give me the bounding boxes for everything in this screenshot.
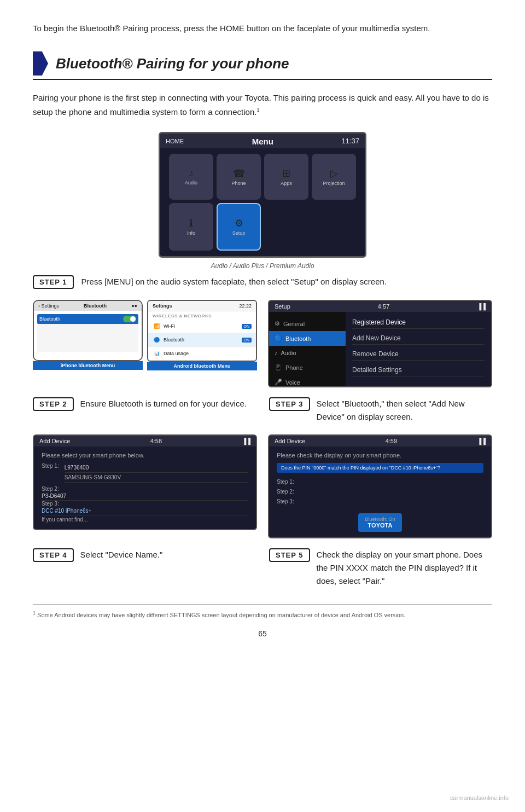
apps-icon: ⊞ [282, 167, 290, 179]
phone-sidebar-icon: 📱 [275, 364, 282, 371]
sidebar-voice-label: Voice [285, 379, 300, 386]
sidebar-phone-label: Phone [285, 364, 303, 371]
menu-add-new[interactable]: Add New Device [352, 332, 485, 345]
add-device-screen-1: Add Device 4:58 ▐▐ Please select your sm… [33, 434, 257, 530]
phone-label: Phone [231, 181, 246, 186]
car-screen-content: ⚙ General 🔵 Bluetooth ♪ Audio 📱 [269, 312, 491, 383]
screen-top-bar: HOME Menu 11:37 [160, 134, 365, 148]
setup-screen-time: 4:57 [378, 303, 389, 310]
bt-confirm[interactable]: Bluetooth: On TOYOTA [358, 513, 401, 532]
sidebar-phone[interactable]: 📱 Phone [269, 360, 346, 375]
phone-screens: ‹ Settings Bluetooth ●● Bluetooth [33, 300, 257, 370]
android-label: Android bluetooth Menu [147, 362, 257, 370]
footnote-area: 1 Some Android devices may have slightly… [33, 604, 492, 618]
projection-label: Projection [323, 181, 345, 186]
android-bt-icon: 🔵 [153, 336, 160, 344]
voice-icon: 🎤 [275, 379, 282, 386]
setup-icon: ⚙ [235, 217, 243, 229]
add-device-steps-labels: Step 1: L9736400 SAMSUNG-SM-G930V [42, 463, 248, 483]
menu-screen: HOME Menu 11:37 ♪ Audio ☎ Phone ⊞ Apps [159, 132, 366, 258]
sidebar-audio-label: Audio [281, 350, 296, 356]
sidebar-general[interactable]: ⚙ General [269, 316, 346, 331]
check-screen-content: Please check the display on your smart p… [269, 446, 491, 537]
screen-menu-label: HOME [166, 138, 184, 144]
android-data-icon: 📊 [153, 350, 160, 357]
add-device-time-1: 4:58 [150, 438, 162, 444]
add-device-signal-2: ▐▐ [477, 438, 486, 444]
step-4-badge: STEP 4 [33, 548, 74, 562]
step-4-text: Select "Device Name." [80, 548, 256, 561]
step-3-text: Select "Bluetooth," then select "Add New… [317, 397, 492, 424]
car-setup-screen: Setup 4:57 ▐▐ ⚙ General 🔵 Bluetooth [268, 300, 492, 387]
device-samsung[interactable]: SAMSUNG-SM-G930V [65, 473, 248, 483]
add-device-signal-1: ▐▐ [242, 438, 250, 444]
android-title: Settings [153, 303, 172, 309]
watermark: carmanualsonline.info [450, 794, 509, 801]
android-data-row: 📊 Data usage [148, 347, 256, 361]
check-step1: Step 1: [277, 477, 483, 487]
step-2-text: Ensure Bluetooth is turned on for your d… [80, 397, 256, 410]
sidebar-voice[interactable]: 🎤 Voice [269, 375, 346, 387]
car-screen-top: Setup 4:57 ▐▐ [269, 301, 491, 312]
check-step2: Step 2: [277, 487, 483, 497]
intro-text: To begin the Bluetooth® Pairing process,… [33, 22, 492, 35]
add-device-top-2: Add Device 4:59 ▐▐ [269, 436, 491, 446]
android-wifi-row: 📶 Wi-Fi ON [148, 320, 256, 333]
phone-icon: ☎ [233, 167, 245, 179]
step-2-badge: STEP 2 [33, 397, 74, 411]
android-bt-row: 🔵 Bluetooth ON [148, 333, 256, 347]
menu-remove[interactable]: Remove Device [352, 348, 485, 361]
device-cannot-find[interactable]: If you cannot find... [42, 515, 248, 524]
car-sidebar: ⚙ General 🔵 Bluetooth ♪ Audio 📱 [269, 312, 346, 387]
device-l9736400[interactable]: L9736400 [65, 463, 248, 473]
menu-registered[interactable]: Registered Device [352, 316, 485, 329]
setup-label: Setup [232, 230, 246, 236]
info-icon: ℹ [189, 217, 193, 229]
phone-screens-col: ‹ Settings Bluetooth ●● Bluetooth [33, 300, 257, 387]
check-steps: Step 1: Step 2: Step 3: [277, 477, 483, 507]
car-screen-col: Setup 4:57 ▐▐ ⚙ General 🔵 Bluetooth [268, 300, 492, 387]
android-wifi-label: Wi-Fi [164, 323, 175, 329]
android-bt-badge: ON [242, 338, 252, 343]
add-device-list: L9736400 SAMSUNG-SM-G930V [65, 463, 248, 483]
apps-label: Apps [281, 181, 292, 186]
page-number: 65 [33, 629, 492, 638]
step-3-col: STEP 3 Select "Bluetooth," then select "… [269, 397, 492, 424]
add-device-time-2: 4:59 [386, 438, 397, 444]
add-device-subtitle-1: Please select your smart phone below. [42, 452, 248, 459]
bluetooth-icon: 🔵 [275, 335, 282, 342]
menu-grid: ♪ Audio ☎ Phone ⊞ Apps ▷ Projection ℹ [160, 148, 365, 256]
menu-detailed[interactable]: Detailed Settings [352, 364, 485, 376]
add-device-title-1: Add Device [39, 438, 70, 444]
menu-phone[interactable]: ☎ Phone [217, 154, 261, 200]
add-device-content-1: Please select your smart phone below. St… [34, 446, 256, 529]
sidebar-audio[interactable]: ♪ Audio [269, 346, 346, 360]
car-menu-items: Registered Device Add New Device Remove … [346, 312, 491, 387]
menu-projection[interactable]: ▷ Projection [312, 154, 356, 200]
iphone-mock: ‹ Settings Bluetooth ●● Bluetooth [33, 300, 143, 361]
check-step3: Step 3: [277, 497, 483, 507]
android-section-label: WIRELESS & NETWORKS [148, 311, 256, 320]
android-time: 22:22 [239, 303, 252, 309]
footnote-text: Some Android devices may have slightly d… [37, 612, 405, 618]
sidebar-bluetooth[interactable]: 🔵 Bluetooth [269, 331, 346, 346]
iphone-content: Bluetooth [34, 311, 142, 360]
menu-info[interactable]: ℹ Info [169, 203, 213, 251]
footnote-ref: 1 [256, 107, 259, 113]
step-1-text: Press [MENU] on the audio system facepla… [81, 275, 492, 288]
step-5-text: Check the display on your smart phone. D… [317, 548, 492, 588]
add-device-step3-label: Step 3: [42, 501, 248, 507]
iphone-block: ‹ Settings Bluetooth ●● Bluetooth [33, 300, 143, 370]
menu-audio[interactable]: ♪ Audio [169, 154, 213, 200]
audio-label: Audio [185, 180, 197, 185]
menu-setup[interactable]: ⚙ Setup [217, 203, 261, 251]
device-p3[interactable]: P3-D6407 [42, 492, 248, 501]
menu-apps[interactable]: ⊞ Apps [264, 154, 308, 200]
screen-caption: Audio / Audio Plus / Premium Audio [211, 262, 314, 270]
step-4-col: STEP 4 Select "Device Name." [33, 548, 256, 588]
android-bt-label: Bluetooth [164, 337, 184, 343]
projection-icon: ▷ [330, 167, 338, 179]
device-dcc[interactable]: DCC #10 iPhone6s+ [42, 507, 248, 515]
setup-screen-title: Setup [275, 303, 290, 310]
iphone-bt-toggle[interactable] [123, 316, 136, 322]
